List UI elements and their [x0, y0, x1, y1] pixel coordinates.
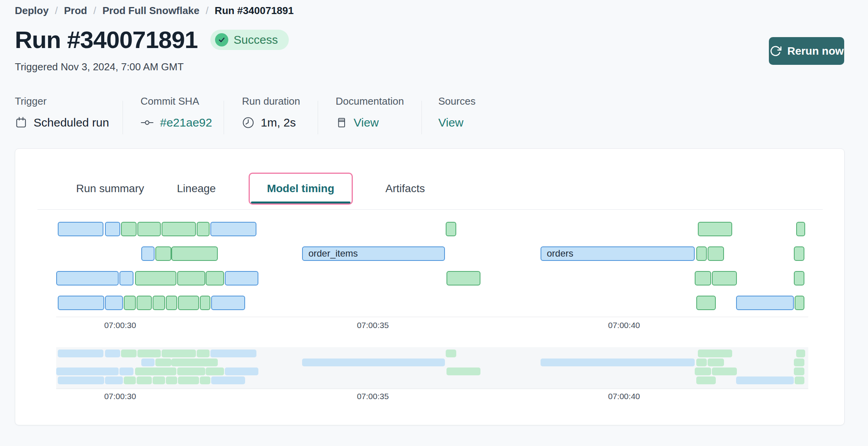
gantt-row-4 [56, 296, 808, 310]
gantt-bar[interactable] [698, 222, 733, 236]
meta-label-sources: Sources [438, 95, 475, 107]
meta-divider [123, 101, 123, 134]
gantt-bar[interactable] [155, 246, 171, 261]
gantt-bar [135, 368, 176, 375]
axis-tick-label: 07:00:30 [104, 321, 136, 330]
meta-value-text-trigger: Scheduled run [34, 116, 109, 129]
gantt-bar [446, 368, 480, 375]
gantt-bar [210, 350, 256, 357]
tab-run-summary[interactable]: Run summary [76, 182, 144, 195]
gantt-bar[interactable] [119, 271, 134, 285]
meta-sources: SourcesView [438, 95, 475, 129]
gantt-bar[interactable] [171, 246, 218, 261]
gantt-bar[interactable] [795, 296, 804, 310]
status-badge: Success [210, 30, 289, 50]
gantt-bar [166, 376, 177, 384]
gantt-bar [794, 368, 804, 375]
gantt-bar[interactable] [696, 296, 716, 310]
gantt-bar[interactable] [708, 246, 724, 261]
gantt-bar[interactable] [794, 271, 804, 285]
gantt-bar[interactable] [162, 222, 196, 236]
calendar-icon [15, 116, 27, 129]
breadcrumb-item-prod[interactable]: Prod [64, 5, 87, 17]
gantt-bar[interactable] [794, 246, 804, 261]
gantt-bar[interactable] [58, 296, 104, 310]
document-icon [336, 116, 347, 129]
meta-value-text-run-duration: 1m, 2s [261, 116, 296, 129]
gantt-bar[interactable] [446, 222, 456, 236]
meta-label-run-duration: Run duration [242, 95, 300, 107]
gantt-bar[interactable] [137, 222, 161, 236]
gantt-bar[interactable] [58, 222, 104, 236]
gantt-bar [137, 376, 152, 384]
gantt-bar[interactable] [166, 296, 177, 310]
gantt-bar[interactable] [736, 296, 794, 310]
gantt-bar-order_items[interactable]: order_items [302, 246, 445, 261]
meta-value-commit-sha[interactable]: #e21ae92 [141, 116, 212, 129]
meta-label-commit-sha: Commit SHA [141, 95, 212, 107]
gantt-bar [178, 376, 199, 384]
gantt-bar [200, 376, 210, 384]
gantt-bar[interactable] [712, 271, 737, 285]
timeline-minimap[interactable] [56, 347, 808, 389]
gantt-bar[interactable] [197, 222, 210, 236]
gantt-bar[interactable] [225, 271, 259, 285]
gantt-bar[interactable] [206, 271, 224, 285]
meta-value-run-duration: 1m, 2s [242, 116, 300, 129]
gantt-bar [796, 350, 805, 357]
gantt-bar[interactable] [135, 271, 176, 285]
gantt-bar [177, 368, 205, 375]
tab-model-timing[interactable]: Model timing [249, 173, 353, 205]
breadcrumb-separator: / [93, 5, 96, 17]
gantt-bar[interactable] [695, 271, 711, 285]
gantt-bar [171, 359, 218, 366]
gantt-bar-orders[interactable]: orders [541, 246, 695, 261]
gantt-bar[interactable] [446, 271, 480, 285]
gantt-bar[interactable] [211, 296, 245, 310]
gantt-bar [211, 376, 245, 384]
gantt-bar [695, 368, 711, 375]
tab-artifacts[interactable]: Artifacts [386, 182, 425, 195]
meta-value-documentation[interactable]: View [336, 116, 404, 129]
meta-trigger: TriggerScheduled run [15, 95, 109, 129]
gantt-bar[interactable] [696, 246, 707, 261]
gantt-bar [155, 359, 171, 366]
meta-value-sources[interactable]: View [438, 116, 475, 129]
gantt-bar [56, 368, 119, 375]
gantt-bar[interactable] [177, 271, 205, 285]
gantt-bar[interactable] [210, 222, 256, 236]
run-metadata-strip: TriggerScheduled runCommit SHA#e21ae92Ru… [0, 95, 868, 142]
gantt-bar[interactable] [121, 222, 137, 236]
breadcrumb: Deploy/Prod/Prod Full Snowflake/Run #340… [15, 5, 293, 17]
gantt-bar[interactable] [796, 222, 805, 236]
breadcrumb-item-prod-full-snowflake[interactable]: Prod Full Snowflake [102, 5, 199, 17]
meta-value-text-sources: View [438, 116, 463, 129]
gantt-row-1 [56, 350, 808, 357]
gantt-bar[interactable] [124, 296, 136, 310]
tab-lineage[interactable]: Lineage [177, 182, 216, 195]
gantt-bar-order_items [302, 359, 445, 366]
triggered-text: Triggered Nov 3, 2024, 7:00 AM GMT [15, 61, 184, 73]
gantt-bar[interactable] [200, 296, 210, 310]
check-circle-icon [215, 33, 228, 46]
gantt-bar[interactable] [178, 296, 199, 310]
gantt-bar [698, 350, 733, 357]
gantt-bar[interactable] [137, 296, 152, 310]
gantt-bar[interactable] [105, 222, 120, 236]
axis-tick-label: 07:00:40 [608, 321, 640, 330]
gantt-bar[interactable] [153, 296, 165, 310]
refresh-icon [769, 45, 782, 57]
minimap-axis-labels: 07:00:3007:00:3507:00:40 [56, 392, 808, 403]
gantt-bar[interactable] [105, 296, 123, 310]
gantt-bar [446, 350, 456, 357]
rerun-now-button[interactable]: Rerun now [769, 37, 844, 65]
gantt-bar[interactable] [141, 246, 155, 261]
gantt-bar [121, 350, 137, 357]
gantt-bar[interactable] [56, 271, 119, 285]
gantt-bar [712, 368, 737, 375]
page-title: Run #340071891 [15, 26, 198, 54]
commit-icon [141, 117, 154, 128]
gantt-bar [105, 350, 120, 357]
breadcrumb-item-deploy[interactable]: Deploy [15, 5, 49, 17]
run-detail-card: Run summaryLineageModel timingArtifacts … [15, 148, 845, 425]
